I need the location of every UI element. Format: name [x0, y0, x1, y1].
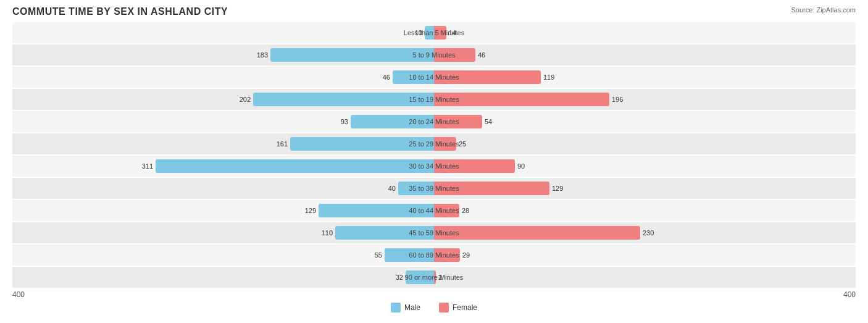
left-section: 93	[12, 111, 434, 132]
bar-group: 129 40 to 44 Minutes 28	[12, 200, 856, 221]
table-row: 161 25 to 29 Minutes 25	[12, 133, 856, 154]
table-row: 55 60 to 89 Minutes 29	[12, 245, 856, 266]
value-male: 129	[305, 207, 316, 214]
table-row: 32 90 or more Minutes 2	[12, 267, 856, 288]
value-male: 183	[257, 51, 268, 59]
table-row: 40 35 to 39 Minutes 129	[12, 178, 856, 199]
left-section: 32	[12, 267, 434, 288]
legend-male: Male	[391, 303, 420, 313]
right-section: 25	[434, 133, 856, 154]
left-section: 46	[12, 67, 434, 88]
axis-right: 400	[843, 290, 856, 299]
right-section: 119	[434, 67, 856, 88]
bar-group: 46 10 to 14 Minutes 119	[12, 67, 856, 88]
bar-label: 25 to 29 Minutes	[391, 140, 477, 148]
value-male: 161	[277, 140, 288, 148]
table-row: 93 20 to 24 Minutes 54	[12, 111, 856, 132]
bar-group: 202 15 to 19 Minutes 196	[12, 89, 856, 110]
legend-male-box	[391, 303, 401, 313]
source-text: Source: ZipAtlas.com	[791, 6, 856, 14]
bar-group: 40 35 to 39 Minutes 129	[12, 178, 856, 199]
left-section: 161	[12, 133, 434, 154]
left-section: 110	[12, 222, 434, 243]
bar-group: 93 20 to 24 Minutes 54	[12, 111, 856, 132]
bar-group: 32 90 or more Minutes 2	[12, 267, 856, 288]
right-section: 28	[434, 200, 856, 221]
left-section: 311	[12, 156, 434, 177]
bar-label: 45 to 59 Minutes	[391, 229, 477, 237]
bar-label: 30 to 34 Minutes	[391, 162, 477, 170]
value-male: 110	[322, 229, 333, 237]
right-section: 196	[434, 89, 856, 110]
bar-label: 35 to 39 Minutes	[391, 185, 477, 192]
legend-female: Female	[439, 303, 477, 313]
bar-label: Less than 5 Minutes	[391, 29, 477, 36]
value-male: 202	[240, 96, 251, 103]
right-section: 54	[434, 111, 856, 132]
legend-female-box	[439, 303, 449, 313]
bar-label: 5 to 9 Minutes	[391, 51, 477, 59]
bar-label: 90 or more Minutes	[391, 274, 477, 281]
bar-group: 161 25 to 29 Minutes 25	[12, 133, 856, 154]
bar-label: 60 to 89 Minutes	[391, 251, 477, 259]
left-section: 129	[12, 200, 434, 221]
table-row: 110 45 to 59 Minutes 230	[12, 222, 856, 243]
bar-group: 10 Less than 5 Minutes 14	[12, 22, 856, 43]
axis-labels: 400 400	[12, 290, 856, 299]
right-section: 46	[434, 44, 856, 65]
right-section: 90	[434, 156, 856, 177]
table-row: 202 15 to 19 Minutes 196	[12, 89, 856, 110]
left-section: 55	[12, 245, 434, 266]
table-row: 10 Less than 5 Minutes 14	[12, 22, 856, 43]
value-male: 55	[375, 251, 382, 259]
bar-label: 20 to 24 Minutes	[391, 118, 477, 125]
legend: Male Female	[12, 303, 856, 313]
bar-group: 183 5 to 9 Minutes 46	[12, 44, 856, 65]
value-male: 311	[142, 162, 153, 170]
bar-group: 110 45 to 59 Minutes 230	[12, 222, 856, 243]
table-row: 311 30 to 34 Minutes 90	[12, 156, 856, 177]
bar-label: 40 to 44 Minutes	[391, 207, 477, 214]
table-row: 46 10 to 14 Minutes 119	[12, 67, 856, 88]
left-section: 202	[12, 89, 434, 110]
bar-group: 311 30 to 34 Minutes 90	[12, 156, 856, 177]
left-section: 183	[12, 44, 434, 65]
table-row: 129 40 to 44 Minutes 28	[12, 200, 856, 221]
left-section: 10	[12, 22, 434, 43]
value-female: 230	[643, 229, 654, 237]
value-female: 46	[478, 51, 485, 59]
value-male: 93	[341, 118, 348, 125]
right-section: 2	[434, 267, 856, 288]
right-section: 14	[434, 22, 856, 43]
right-section: 230	[434, 222, 856, 243]
bar-group: 55 60 to 89 Minutes 29	[12, 245, 856, 266]
value-male: 46	[383, 73, 390, 81]
value-female: 129	[552, 185, 563, 192]
table-row: 183 5 to 9 Minutes 46	[12, 44, 856, 65]
value-female: 90	[517, 162, 525, 170]
axis-left: 400	[12, 290, 25, 299]
chart-container: COMMUTE TIME BY SEX IN ASHLAND CITY Sour…	[0, 0, 868, 323]
legend-male-label: Male	[404, 303, 420, 312]
right-section: 29	[434, 245, 856, 266]
rows-container: 10 Less than 5 Minutes 14 183 5 to 9 Min…	[12, 22, 856, 288]
left-section: 40	[12, 178, 434, 199]
bar-label: 15 to 19 Minutes	[391, 96, 477, 103]
legend-female-label: Female	[453, 303, 477, 312]
value-female: 196	[612, 96, 623, 103]
value-female: 119	[543, 73, 554, 81]
value-female: 54	[485, 118, 492, 125]
bar-label: 10 to 14 Minutes	[391, 73, 477, 81]
right-section: 129	[434, 178, 856, 199]
chart-title: COMMUTE TIME BY SEX IN ASHLAND CITY	[12, 6, 856, 17]
